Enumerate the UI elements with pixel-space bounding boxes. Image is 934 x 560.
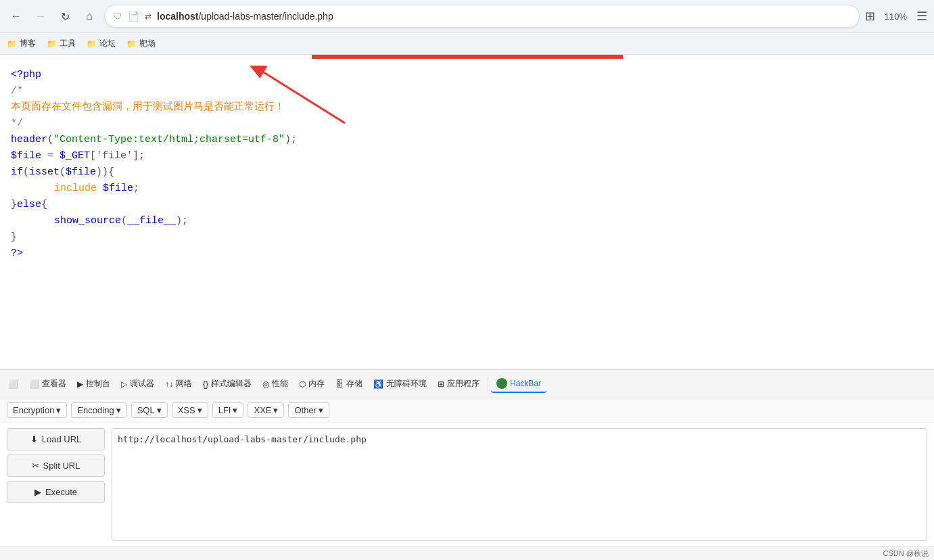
code-file-var: $file <box>11 150 41 162</box>
code-line-11: } <box>11 229 923 246</box>
execute-button[interactable]: ▶ Execute <box>7 481 105 503</box>
code-header: header <box>11 134 47 145</box>
hackbar-encryption-menu[interactable]: Encryption ▾ <box>7 402 67 418</box>
code-if: if <box>11 166 23 178</box>
debugger-label: 调试器 <box>130 378 154 390</box>
code-header-string: "Content-Type:text/html;charset=utf-8" <box>53 134 285 145</box>
qr-icon: ⊞ <box>865 9 875 24</box>
hackbar-tab[interactable]: HackBar <box>491 375 546 393</box>
bookmark-blog[interactable]: 📁 博客 <box>7 38 36 49</box>
apps-label: 应用程序 <box>447 378 480 390</box>
devtools-bar: ⬜ ⬜ 查看器 ▶ 控制台 ▷ 调试器 ↑↓ 网络 {} 样式编辑器 ◎ 性能 … <box>0 369 934 398</box>
hackbar-sql-chevron: ▾ <box>157 405 162 415</box>
split-url-icon: ✂ <box>32 461 39 471</box>
bookmark-tools-label: 工具 <box>60 38 76 49</box>
execute-label: Execute <box>45 487 77 497</box>
hackbar-label: HackBar <box>510 379 541 388</box>
url-path: /upload-labs-master/include.php <box>198 11 333 22</box>
split-url-button[interactable]: ✂ Split URL <box>7 454 105 477</box>
devtools-memory-btn[interactable]: ⬡ 内存 <box>294 375 330 392</box>
status-bar: CSDN @秋说 <box>0 546 934 560</box>
hackbar-xss-label: XSS <box>178 405 195 415</box>
hackbar-xxe-menu[interactable]: XXE ▾ <box>248 402 284 418</box>
code-line-5: header("Content-Type:text/html;charset=u… <box>11 132 923 148</box>
php-close-tag: ?> <box>11 248 23 259</box>
hackbar-url-textarea[interactable]: http://localhost/upload-labs-master/incl… <box>112 428 927 541</box>
code-else: else <box>17 199 41 210</box>
hackbar-other-menu[interactable]: Other ▾ <box>288 402 329 418</box>
hackbar-panel: Encryption ▾ Encoding ▾ SQL ▾ XSS ▾ LFI … <box>0 398 934 546</box>
style-label: 样式编辑器 <box>211 378 252 390</box>
hackbar-other-chevron: ▾ <box>319 405 323 415</box>
code-line-4: */ <box>11 116 923 132</box>
hackbar-encoding-menu[interactable]: Encoding ▾ <box>71 402 126 418</box>
storage-label: 存储 <box>346 378 363 390</box>
console-icon: ▶ <box>77 379 83 389</box>
devtools-storage-btn[interactable]: 🗄 存储 <box>330 375 368 392</box>
hackbar-sql-menu[interactable]: SQL ▾ <box>131 402 168 418</box>
code-block: <?php /* 本页面存在文件包含漏洞，用于测试图片马是否能正常运行！ */ … <box>11 67 923 262</box>
console-label: 控制台 <box>86 378 110 390</box>
hackbar-encryption-chevron: ▾ <box>56 405 61 415</box>
devtools-network-btn[interactable]: ↑↓ 网络 <box>160 375 197 392</box>
devtools-perf-btn[interactable]: ◎ 性能 <box>257 375 294 392</box>
hackbar-lfi-chevron: ▾ <box>233 405 237 415</box>
execute-icon: ▶ <box>34 487 41 497</box>
bookmark-target-label: 靶场 <box>139 38 156 49</box>
comment-close: */ <box>11 118 23 129</box>
hackbar-sql-label: SQL <box>137 405 155 415</box>
network-label: 网络 <box>176 378 192 390</box>
comment-open: /* <box>11 85 23 97</box>
back-button[interactable]: ← <box>7 7 26 26</box>
devtools-console-btn[interactable]: ▶ 控制台 <box>72 375 116 392</box>
devtools-style-btn[interactable]: {} 样式编辑器 <box>197 375 257 392</box>
hackbar-body: ⬇ Load URL ✂ Split URL ▶ Execute http://… <box>0 423 934 546</box>
hackbar-menu: Encryption ▾ Encoding ▾ SQL ▾ XSS ▾ LFI … <box>0 398 934 423</box>
viewer-label: 查看器 <box>42 378 66 390</box>
hackbar-xss-menu[interactable]: XSS ▾ <box>172 402 208 418</box>
storage-icon: 🗄 <box>335 379 344 389</box>
home-button[interactable]: ⌂ <box>80 7 99 26</box>
devtools-viewer-btn[interactable]: ⬜ 查看器 <box>24 375 72 392</box>
devtools-inspector-btn[interactable]: ⬜ <box>3 377 24 392</box>
php-open-tag: <?php <box>11 69 41 80</box>
code-line-1: <?php <box>11 67 923 83</box>
bookmark-forum[interactable]: 📁 论坛 <box>87 38 116 49</box>
bookmark-target[interactable]: 📁 靶场 <box>126 38 156 49</box>
bookmark-tools[interactable]: 📁 工具 <box>47 38 76 49</box>
bookmark-forum-icon: 📁 <box>87 39 97 49</box>
address-bar[interactable]: 🛡 📄 ⇄ localhost/upload-labs-master/inclu… <box>104 5 860 28</box>
load-url-button[interactable]: ⬇ Load URL <box>7 428 105 450</box>
viewer-icon: ⬜ <box>29 379 39 389</box>
hackbar-encoding-label: Encoding <box>77 405 114 415</box>
debugger-icon: ▷ <box>121 379 127 389</box>
forward-button[interactable]: → <box>31 7 50 26</box>
bookmark-blog-label: 博客 <box>20 38 36 49</box>
code-isset: isset <box>29 166 60 178</box>
split-icon: ⇄ <box>145 11 151 21</box>
main-content: <?php /* 本页面存在文件包含漏洞，用于测试图片马是否能正常运行！ */ … <box>0 59 934 369</box>
menu-icon[interactable]: ☰ <box>916 9 927 24</box>
bookmark-target-icon: 📁 <box>126 39 137 49</box>
network-icon: ↑↓ <box>165 379 173 389</box>
refresh-button[interactable]: ↻ <box>55 7 74 26</box>
devtools-accessibility-btn[interactable]: ♿ 无障碍环境 <box>368 375 432 392</box>
hackbar-lfi-menu[interactable]: LFI ▾ <box>212 402 244 418</box>
split-url-label: Split URL <box>43 461 80 471</box>
accessibility-label: 无障碍环境 <box>386 378 427 390</box>
shield-icon: 🛡 <box>113 11 122 22</box>
code-line-8: include $file; <box>11 181 923 197</box>
devtools-debugger-btn[interactable]: ▷ 调试器 <box>116 375 160 392</box>
zoom-badge: 110% <box>881 10 911 23</box>
hackbar-other-label: Other <box>294 405 317 415</box>
code-include: include <box>54 183 97 194</box>
memory-icon: ⬡ <box>299 379 306 389</box>
perf-icon: ◎ <box>262 379 269 389</box>
load-url-label: Load URL <box>42 434 82 444</box>
code-file-var2: $file <box>66 166 96 178</box>
hackbar-encoding-chevron: ▾ <box>116 405 121 415</box>
code-line-9: }else{ <box>11 197 923 213</box>
hackbar-xss-chevron: ▾ <box>197 405 202 415</box>
devtools-separator <box>488 377 488 391</box>
devtools-apps-btn[interactable]: ⊞ 应用程序 <box>432 375 485 392</box>
